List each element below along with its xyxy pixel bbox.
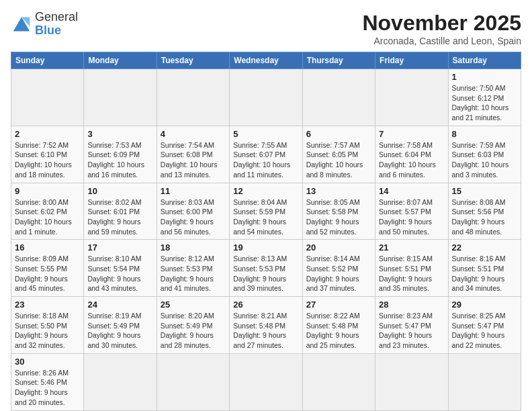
day-info: Sunrise: 8:05 AM Sunset: 5:58 PM Dayligh… — [306, 197, 371, 237]
weekday-header-saturday: Saturday — [448, 52, 521, 69]
weekday-header-thursday: Thursday — [302, 52, 375, 69]
calendar-cell: 21Sunrise: 8:15 AM Sunset: 5:51 PM Dayli… — [375, 240, 448, 297]
calendar-cell: 6Sunrise: 7:57 AM Sunset: 6:05 PM Daylig… — [302, 126, 375, 183]
day-number: 24 — [87, 300, 152, 310]
calendar-cell — [157, 353, 229, 410]
day-number: 15 — [452, 186, 517, 196]
calendar-cell: 12Sunrise: 8:04 AM Sunset: 5:59 PM Dayli… — [230, 183, 302, 240]
day-info: Sunrise: 8:12 AM Sunset: 5:53 PM Dayligh… — [161, 254, 226, 293]
calendar-cell — [375, 353, 448, 410]
day-info: Sunrise: 8:21 AM Sunset: 5:48 PM Dayligh… — [233, 311, 298, 351]
day-number: 9 — [15, 186, 80, 196]
calendar-cell — [302, 69, 375, 126]
day-info: Sunrise: 8:18 AM Sunset: 5:50 PM Dayligh… — [15, 311, 80, 351]
day-number: 6 — [306, 129, 371, 139]
week-row-1: 1Sunrise: 7:50 AM Sunset: 6:12 PM Daylig… — [11, 69, 521, 126]
calendar-cell: 2Sunrise: 7:52 AM Sunset: 6:10 PM Daylig… — [11, 126, 84, 183]
day-info: Sunrise: 7:57 AM Sunset: 6:05 PM Dayligh… — [306, 140, 371, 180]
day-info: Sunrise: 8:04 AM Sunset: 5:59 PM Dayligh… — [233, 197, 298, 237]
day-number: 14 — [379, 186, 444, 196]
day-number: 8 — [452, 129, 517, 139]
calendar-cell: 29Sunrise: 8:25 AM Sunset: 5:47 PM Dayli… — [448, 297, 521, 354]
calendar-cell: 3Sunrise: 7:53 AM Sunset: 6:09 PM Daylig… — [84, 126, 157, 183]
calendar-cell — [84, 69, 157, 126]
day-info: Sunrise: 8:25 AM Sunset: 5:47 PM Dayligh… — [452, 311, 517, 351]
day-number: 28 — [379, 300, 444, 310]
day-number: 19 — [233, 242, 298, 253]
weekday-header-tuesday: Tuesday — [157, 52, 229, 69]
day-number: 17 — [87, 242, 152, 253]
calendar-cell: 13Sunrise: 8:05 AM Sunset: 5:58 PM Dayli… — [302, 183, 375, 240]
week-row-4: 16Sunrise: 8:09 AM Sunset: 5:55 PM Dayli… — [11, 240, 521, 297]
calendar-cell: 15Sunrise: 8:08 AM Sunset: 5:56 PM Dayli… — [448, 183, 521, 240]
day-info: Sunrise: 8:09 AM Sunset: 5:55 PM Dayligh… — [15, 254, 80, 293]
day-number: 26 — [233, 300, 298, 310]
day-number: 29 — [452, 300, 517, 310]
calendar-cell: 19Sunrise: 8:13 AM Sunset: 5:53 PM Dayli… — [230, 240, 302, 297]
day-number: 12 — [233, 186, 298, 196]
day-number: 1 — [452, 72, 517, 82]
day-info: Sunrise: 8:15 AM Sunset: 5:51 PM Dayligh… — [379, 254, 444, 293]
calendar-cell: 17Sunrise: 8:10 AM Sunset: 5:54 PM Dayli… — [84, 240, 157, 297]
calendar-cell: 1Sunrise: 7:50 AM Sunset: 6:12 PM Daylig… — [448, 69, 521, 126]
week-row-3: 9Sunrise: 8:00 AM Sunset: 6:02 PM Daylig… — [11, 183, 521, 240]
weekday-header-wednesday: Wednesday — [230, 52, 302, 69]
calendar-cell — [230, 69, 302, 126]
calendar-cell: 25Sunrise: 8:20 AM Sunset: 5:49 PM Dayli… — [157, 297, 229, 354]
day-number: 3 — [87, 129, 152, 139]
day-number: 20 — [306, 242, 371, 253]
calendar-cell — [84, 353, 157, 410]
calendar-cell: 14Sunrise: 8:07 AM Sunset: 5:57 PM Dayli… — [375, 183, 448, 240]
day-info: Sunrise: 8:10 AM Sunset: 5:54 PM Dayligh… — [87, 254, 152, 293]
day-info: Sunrise: 8:20 AM Sunset: 5:49 PM Dayligh… — [161, 311, 226, 351]
calendar-table: SundayMondayTuesdayWednesdayThursdayFrid… — [11, 52, 521, 411]
day-info: Sunrise: 7:59 AM Sunset: 6:03 PM Dayligh… — [452, 140, 517, 180]
day-number: 21 — [379, 242, 444, 253]
day-number: 16 — [15, 242, 80, 253]
calendar-cell: 9Sunrise: 8:00 AM Sunset: 6:02 PM Daylig… — [11, 183, 84, 240]
calendar-cell: 26Sunrise: 8:21 AM Sunset: 5:48 PM Dayli… — [230, 297, 302, 354]
day-number: 27 — [306, 300, 371, 310]
calendar-cell: 27Sunrise: 8:22 AM Sunset: 5:48 PM Dayli… — [302, 297, 375, 354]
day-number: 10 — [87, 186, 152, 196]
calendar-cell: 11Sunrise: 8:03 AM Sunset: 6:00 PM Dayli… — [157, 183, 229, 240]
calendar-cell: 8Sunrise: 7:59 AM Sunset: 6:03 PM Daylig… — [448, 126, 521, 183]
calendar-cell: 23Sunrise: 8:18 AM Sunset: 5:50 PM Dayli… — [11, 297, 84, 354]
calendar-cell: 7Sunrise: 7:58 AM Sunset: 6:04 PM Daylig… — [375, 126, 448, 183]
day-info: Sunrise: 7:54 AM Sunset: 6:08 PM Dayligh… — [161, 140, 226, 180]
day-info: Sunrise: 7:52 AM Sunset: 6:10 PM Dayligh… — [15, 140, 80, 180]
week-row-6: 30Sunrise: 8:26 AM Sunset: 5:46 PM Dayli… — [11, 353, 521, 410]
calendar-cell — [302, 353, 375, 410]
day-info: Sunrise: 8:14 AM Sunset: 5:52 PM Dayligh… — [306, 254, 371, 293]
calendar-cell — [230, 353, 302, 410]
logo-icon — [11, 15, 32, 34]
day-number: 13 — [306, 186, 371, 196]
day-number: 7 — [379, 129, 444, 139]
day-number: 5 — [233, 129, 298, 139]
day-info: Sunrise: 8:08 AM Sunset: 5:56 PM Dayligh… — [452, 197, 517, 237]
day-info: Sunrise: 8:22 AM Sunset: 5:48 PM Dayligh… — [306, 311, 371, 351]
calendar-cell: 5Sunrise: 7:55 AM Sunset: 6:07 PM Daylig… — [230, 126, 302, 183]
day-number: 18 — [161, 242, 226, 253]
header: General Blue November 2025 Arconada, Cas… — [11, 11, 521, 46]
day-number: 4 — [161, 129, 226, 139]
day-number: 2 — [15, 129, 80, 139]
day-number: 25 — [161, 300, 226, 310]
title-area: November 2025 Arconada, Castille and Leo… — [362, 11, 521, 46]
month-title: November 2025 — [362, 11, 521, 36]
day-number: 22 — [452, 242, 517, 253]
day-number: 23 — [15, 300, 80, 310]
weekday-header-monday: Monday — [84, 52, 157, 69]
week-row-2: 2Sunrise: 7:52 AM Sunset: 6:10 PM Daylig… — [11, 126, 521, 183]
location-subtitle: Arconada, Castille and Leon, Spain — [362, 36, 521, 46]
logo-text: General Blue — [35, 11, 78, 38]
day-info: Sunrise: 7:50 AM Sunset: 6:12 PM Dayligh… — [452, 83, 517, 123]
calendar-cell: 20Sunrise: 8:14 AM Sunset: 5:52 PM Dayli… — [302, 240, 375, 297]
day-info: Sunrise: 8:00 AM Sunset: 6:02 PM Dayligh… — [15, 197, 80, 237]
day-info: Sunrise: 8:19 AM Sunset: 5:49 PM Dayligh… — [87, 311, 152, 351]
day-info: Sunrise: 8:03 AM Sunset: 6:00 PM Dayligh… — [161, 197, 226, 237]
calendar-cell: 16Sunrise: 8:09 AM Sunset: 5:55 PM Dayli… — [11, 240, 84, 297]
day-number: 30 — [15, 357, 80, 367]
day-info: Sunrise: 8:07 AM Sunset: 5:57 PM Dayligh… — [379, 197, 444, 237]
calendar-cell — [448, 353, 521, 410]
